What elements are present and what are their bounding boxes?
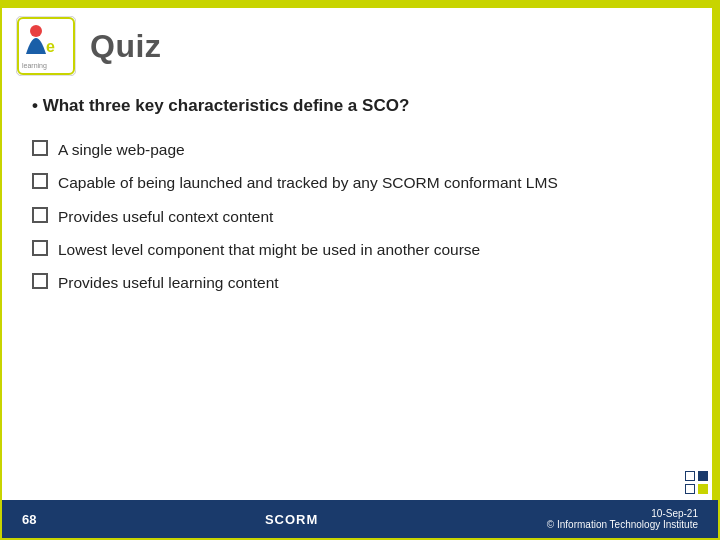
footer: 68 SCORM 10-Sep-21 © Information Technol…	[2, 500, 718, 538]
option-text-5: Provides useful learning content	[58, 271, 279, 294]
option-item-5: Provides useful learning content	[32, 271, 688, 294]
corner-decoration	[685, 471, 708, 494]
option-item-1: A single web-page	[32, 138, 688, 161]
option-item-3: Provides useful context content	[32, 205, 688, 228]
slide-container: e learning Quiz • What three key charact…	[0, 0, 720, 540]
logo: e learning	[16, 16, 76, 76]
page-title: Quiz	[90, 28, 161, 65]
option-text-1: A single web-page	[58, 138, 185, 161]
question-bullet: •	[32, 96, 43, 115]
footer-label: SCORM	[265, 512, 318, 527]
footer-date: 10-Sep-21	[651, 508, 698, 519]
svg-text:learning: learning	[22, 62, 47, 70]
header: e learning Quiz	[2, 2, 718, 86]
option-text-2: Capable of being launched and tracked by…	[58, 171, 558, 194]
right-border-accent	[712, 2, 718, 538]
options-list: A single web-page Capable of being launc…	[32, 138, 688, 294]
checkbox-2[interactable]	[32, 173, 48, 189]
svg-point-2	[30, 25, 42, 37]
checkbox-1[interactable]	[32, 140, 48, 156]
option-text-3: Provides useful context content	[58, 205, 273, 228]
question: • What three key characteristics define …	[32, 96, 688, 116]
svg-text:e: e	[46, 38, 55, 55]
checkbox-4[interactable]	[32, 240, 48, 256]
checkbox-3[interactable]	[32, 207, 48, 223]
option-item-4: Lowest level component that might be use…	[32, 238, 688, 261]
option-item-2: Capable of being launched and tracked by…	[32, 171, 688, 194]
footer-right: 10-Sep-21 © Information Technology Insti…	[547, 508, 698, 530]
content-area: • What three key characteristics define …	[2, 86, 718, 304]
page-number: 68	[22, 512, 36, 527]
checkbox-5[interactable]	[32, 273, 48, 289]
question-text: What three key characteristics define a …	[43, 96, 410, 115]
option-text-4: Lowest level component that might be use…	[58, 238, 480, 261]
footer-org: © Information Technology Institute	[547, 519, 698, 530]
top-border-accent	[2, 2, 718, 8]
